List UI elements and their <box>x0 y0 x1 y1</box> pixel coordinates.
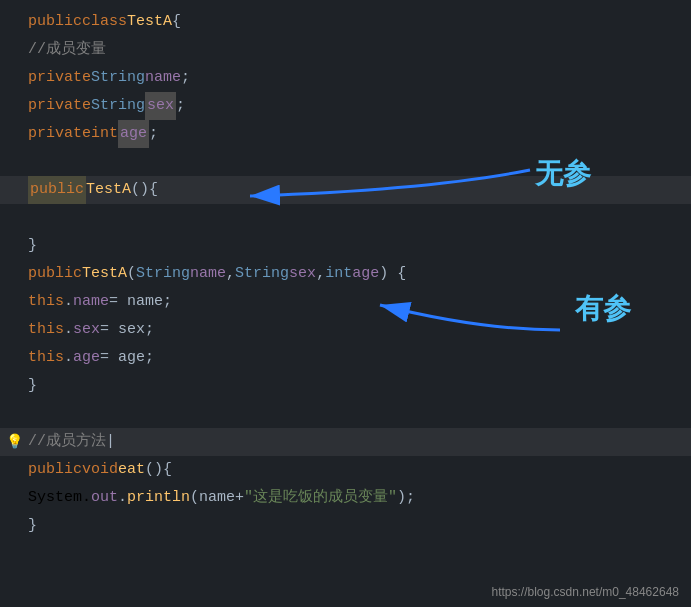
code-line: public TestA(String name, String sex, in… <box>0 260 691 288</box>
bulb-icon: 💡 <box>6 428 23 456</box>
code-token: age <box>118 120 149 148</box>
code-line: System.out.println(name+"这是吃饭的成员变量"); <box>0 484 691 512</box>
code-token: TestA <box>127 8 172 36</box>
code-line: public void eat(){ <box>0 456 691 484</box>
code-token: name <box>73 288 109 316</box>
code-token: = sex; <box>100 316 154 344</box>
code-token: private <box>28 92 91 120</box>
code-token: String <box>136 260 190 288</box>
code-token: "这是吃饭的成员变量" <box>244 484 397 512</box>
code-token: . <box>64 316 73 344</box>
code-token: sex <box>73 316 100 344</box>
code-token: String <box>91 92 145 120</box>
code-token: int <box>325 260 352 288</box>
code-line: } <box>0 372 691 400</box>
code-token: (){ <box>145 456 172 484</box>
code-token: this <box>28 288 64 316</box>
code-token: , <box>226 260 235 288</box>
code-token: sex <box>289 260 316 288</box>
code-token: name <box>145 64 181 92</box>
footer-url: https://blog.csdn.net/m0_48462648 <box>492 585 679 599</box>
code-token: = name; <box>109 288 172 316</box>
code-token: TestA <box>82 260 127 288</box>
code-token: name <box>190 260 226 288</box>
code-token: { <box>172 8 181 36</box>
code-token: sex <box>145 92 176 120</box>
code-token: public <box>28 176 86 204</box>
code-token: TestA <box>86 176 131 204</box>
code-token: (name+ <box>190 484 244 512</box>
code-line: //成员变量 <box>0 36 691 64</box>
code-token: } <box>28 372 37 400</box>
code-line: private String name; <box>0 64 691 92</box>
code-token: public <box>28 456 82 484</box>
code-token: String <box>235 260 289 288</box>
code-token: = age; <box>100 344 154 372</box>
annotation-has-param: 有参 <box>575 290 631 328</box>
code-line: public class TestA { <box>0 8 691 36</box>
code-token: ) { <box>379 260 406 288</box>
code-token: } <box>28 512 37 540</box>
code-token: void <box>82 456 118 484</box>
code-token: public <box>28 260 82 288</box>
code-token: String <box>91 64 145 92</box>
code-line: 💡 //成员方法| <box>0 428 691 456</box>
code-line: private String sex; <box>0 92 691 120</box>
code-line <box>0 400 691 428</box>
code-token: age <box>352 260 379 288</box>
annotation-no-param: 无参 <box>535 155 591 193</box>
code-token: ( <box>127 260 136 288</box>
code-token: ; <box>149 120 158 148</box>
code-token: . <box>64 344 73 372</box>
code-token: ; <box>176 92 185 120</box>
code-token: age <box>73 344 100 372</box>
code-token: int <box>91 120 118 148</box>
code-line: } <box>0 512 691 540</box>
code-token: System. <box>28 484 91 512</box>
code-token: //成员变量 <box>28 36 106 64</box>
code-token: | <box>106 428 115 456</box>
code-token: ; <box>181 64 190 92</box>
code-token: this <box>28 344 64 372</box>
code-token: . <box>118 484 127 512</box>
code-line: private int age; <box>0 120 691 148</box>
code-token: eat <box>118 456 145 484</box>
code-token: } <box>28 232 37 260</box>
code-token: public <box>28 8 82 36</box>
code-token: this <box>28 316 64 344</box>
code-line <box>0 204 691 232</box>
line-gutter-bulb: 💡 <box>4 428 24 456</box>
code-token: ); <box>397 484 415 512</box>
code-token: out <box>91 484 118 512</box>
code-line: } <box>0 232 691 260</box>
code-token: private <box>28 64 91 92</box>
code-token: (){ <box>131 176 158 204</box>
code-token: private <box>28 120 91 148</box>
code-token: //成员方法 <box>28 428 106 456</box>
code-editor: public class TestA { //成员变量 private Stri… <box>0 0 691 548</box>
code-line: this.age = age; <box>0 344 691 372</box>
code-token: println <box>127 484 190 512</box>
code-token: , <box>316 260 325 288</box>
code-token: . <box>64 288 73 316</box>
code-token: class <box>82 8 127 36</box>
